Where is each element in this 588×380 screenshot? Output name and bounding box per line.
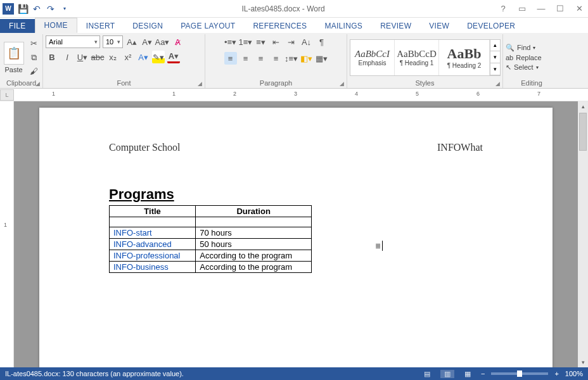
style-sample: AaBbCcI bbox=[355, 49, 390, 60]
text-cursor: ≣ bbox=[375, 241, 383, 251]
cell-title[interactable]: INFO-professional bbox=[110, 250, 196, 262]
page[interactable]: Computer School INFOWhat Programs Title … bbox=[39, 108, 553, 367]
anchor-icon: ≣ bbox=[375, 242, 381, 250]
ruler-corner[interactable]: L bbox=[0, 89, 14, 101]
cell-duration: According to the program bbox=[196, 262, 312, 273]
close-icon[interactable]: ✕ bbox=[573, 4, 585, 13]
borders-icon[interactable]: ▦▾ bbox=[316, 52, 328, 65]
style-heading1[interactable]: AaBbCcD ¶ Heading 1 bbox=[395, 40, 439, 75]
styles-group-label: Styles bbox=[416, 79, 435, 87]
qat-dropdown-icon[interactable]: ▾ bbox=[60, 4, 70, 14]
maximize-icon[interactable]: ☐ bbox=[554, 4, 566, 13]
underline-icon[interactable]: U▾ bbox=[76, 51, 89, 63]
tab-review[interactable]: REVIEW bbox=[371, 19, 420, 33]
bold-icon[interactable]: B bbox=[46, 51, 58, 63]
sort-icon[interactable]: A↓ bbox=[300, 35, 313, 48]
document-title: IL-ates0485.docx - Word bbox=[70, 4, 497, 13]
strikethrough-icon[interactable]: abc bbox=[91, 51, 104, 63]
select-button[interactable]: ↖Select▾ bbox=[506, 63, 542, 72]
cut-icon[interactable]: ✂ bbox=[27, 37, 40, 50]
shrink-font-icon[interactable]: A▾ bbox=[141, 35, 153, 48]
zoom-value[interactable]: 100% bbox=[565, 370, 583, 377]
undo-icon[interactable]: ↶ bbox=[32, 4, 42, 14]
gallery-more-icon[interactable]: ▾ bbox=[490, 63, 500, 75]
cell-title[interactable]: INFO-start bbox=[110, 227, 196, 239]
gallery-nav: ▴ ▾ ▾ bbox=[490, 40, 500, 75]
cell-title[interactable]: INFO-business bbox=[110, 262, 196, 273]
align-left-icon[interactable]: ≡ bbox=[224, 52, 237, 65]
find-button[interactable]: 🔍Find▾ bbox=[506, 44, 542, 52]
read-mode-icon[interactable]: ▤ bbox=[420, 370, 434, 378]
align-center-icon[interactable]: ≡ bbox=[240, 52, 252, 65]
help-icon[interactable]: ? bbox=[497, 4, 509, 13]
multilevel-list-icon[interactable]: ≡▾ bbox=[255, 35, 267, 48]
numbering-icon[interactable]: 1≡▾ bbox=[240, 35, 252, 48]
decrease-indent-icon[interactable]: ⇤ bbox=[270, 35, 283, 48]
redo-icon[interactable]: ↷ bbox=[46, 4, 56, 14]
subscript-icon[interactable]: x₂ bbox=[106, 51, 119, 63]
highlight-icon[interactable]: ✎▾ bbox=[152, 51, 165, 63]
tab-references[interactable]: REFERENCES bbox=[244, 19, 316, 33]
style-sample: AaBbCcD bbox=[397, 49, 437, 60]
bullets-icon[interactable]: •≡▾ bbox=[224, 35, 237, 48]
horizontal-ruler[interactable]: 1 1 2 3 4 5 6 7 bbox=[14, 89, 588, 101]
tab-page-layout[interactable]: PAGE LAYOUT bbox=[172, 19, 244, 33]
gallery-up-icon[interactable]: ▴ bbox=[490, 40, 500, 52]
scroll-thumb[interactable] bbox=[579, 113, 587, 151]
tab-home[interactable]: HOME bbox=[35, 18, 77, 33]
show-marks-icon[interactable]: ¶ bbox=[316, 35, 328, 48]
grow-font-icon[interactable]: A▴ bbox=[125, 35, 138, 48]
clipboard-group-label: Clipboard bbox=[6, 79, 36, 87]
word-app-icon: W bbox=[3, 3, 14, 15]
style-name: ¶ Heading 2 bbox=[447, 62, 482, 69]
gallery-down-icon[interactable]: ▾ bbox=[490, 51, 500, 63]
style-emphasis[interactable]: AaBbCcI Emphasis bbox=[350, 40, 395, 75]
zoom-out-icon[interactable]: − bbox=[481, 370, 485, 377]
tab-developer[interactable]: DEVELOPER bbox=[458, 19, 524, 33]
clipboard-launcher-icon[interactable]: ◢ bbox=[35, 80, 40, 87]
web-layout-icon[interactable]: ▦ bbox=[461, 370, 475, 378]
tab-insert[interactable]: INSERT bbox=[77, 19, 124, 33]
print-layout-icon[interactable]: ▥ bbox=[440, 370, 454, 378]
vertical-ruler[interactable]: 1 bbox=[0, 101, 14, 367]
style-sample: AaBb bbox=[447, 46, 482, 62]
paragraph-launcher-icon[interactable]: ◢ bbox=[340, 80, 344, 87]
text-effects-icon[interactable]: A▾ bbox=[137, 51, 150, 63]
increase-indent-icon[interactable]: ⇥ bbox=[285, 35, 298, 48]
italic-icon[interactable]: I bbox=[61, 51, 74, 63]
save-icon[interactable]: 💾 bbox=[18, 4, 28, 14]
tab-file[interactable]: FILE bbox=[0, 19, 35, 33]
font-launcher-icon[interactable]: ◢ bbox=[198, 80, 202, 87]
vertical-scrollbar[interactable]: ▴ ▾ bbox=[578, 101, 588, 367]
page-scroll[interactable]: Computer School INFOWhat Programs Title … bbox=[14, 101, 578, 367]
align-right-icon[interactable]: ≡ bbox=[255, 52, 267, 65]
scroll-up-icon[interactable]: ▴ bbox=[578, 101, 588, 111]
tab-view[interactable]: VIEW bbox=[420, 19, 458, 33]
minimize-icon[interactable]: — bbox=[535, 4, 547, 13]
group-clipboard: 📋 Paste ✂ ⧉ 🖌 Clipboard◢ bbox=[0, 34, 43, 88]
line-spacing-icon[interactable]: ↕≡▾ bbox=[285, 52, 298, 65]
font-color-icon[interactable]: A▾ bbox=[167, 51, 180, 63]
scroll-down-icon[interactable]: ▾ bbox=[578, 357, 588, 367]
format-painter-icon[interactable]: 🖌 bbox=[27, 65, 40, 78]
shading-icon[interactable]: ◧▾ bbox=[300, 52, 313, 65]
change-case-icon[interactable]: Aa▾ bbox=[156, 35, 169, 48]
clear-formatting-icon[interactable]: A̷ bbox=[171, 35, 184, 48]
ribbon-display-icon[interactable]: ▭ bbox=[516, 4, 528, 13]
replace-button[interactable]: abReplace bbox=[506, 54, 542, 61]
paste-button[interactable]: 📋 Paste bbox=[3, 42, 25, 73]
style-heading2[interactable]: AaBb ¶ Heading 2 bbox=[439, 40, 490, 75]
table-spacer-row bbox=[110, 217, 312, 227]
zoom-slider[interactable] bbox=[491, 372, 548, 375]
justify-icon[interactable]: ≡ bbox=[270, 52, 283, 65]
cell-title[interactable]: INFO-advanced bbox=[110, 239, 196, 250]
copy-icon[interactable]: ⧉ bbox=[27, 51, 40, 64]
superscript-icon[interactable]: x² bbox=[122, 51, 134, 63]
tab-mailings[interactable]: MAILINGS bbox=[316, 19, 371, 33]
zoom-in-icon[interactable]: + bbox=[554, 370, 558, 377]
font-name-combo[interactable]: Arial bbox=[46, 35, 100, 48]
styles-launcher-icon[interactable]: ◢ bbox=[495, 80, 500, 87]
styles-gallery[interactable]: AaBbCcI Emphasis AaBbCcD ¶ Heading 1 AaB… bbox=[350, 39, 501, 76]
tab-design[interactable]: DESIGN bbox=[124, 19, 172, 33]
font-size-combo[interactable]: 10 bbox=[103, 35, 123, 48]
